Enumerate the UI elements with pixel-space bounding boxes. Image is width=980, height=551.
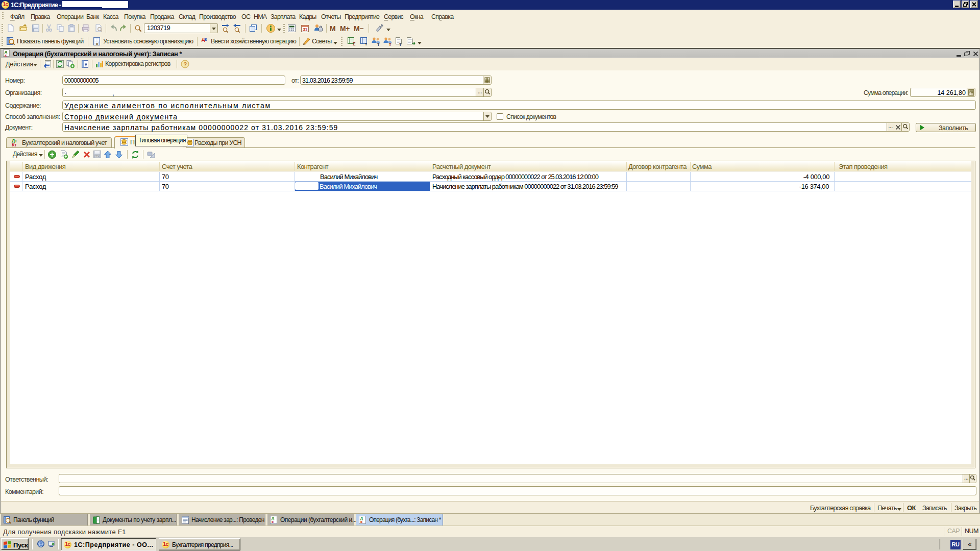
svg-text:Σ: Σ [353, 41, 356, 46]
svg-text:31: 31 [303, 27, 307, 32]
svg-text:?: ? [183, 61, 187, 67]
svg-text:т: т [365, 41, 368, 46]
svg-text:ПОК: ПОК [95, 155, 100, 158]
